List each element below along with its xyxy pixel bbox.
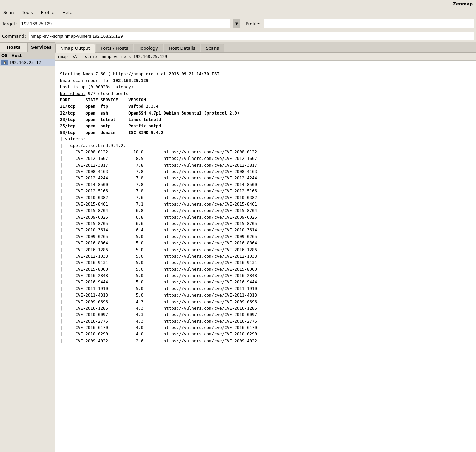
- filter-command-text: nmap -sV --script nmap-vulners 192.168.2…: [58, 54, 167, 59]
- tab-topology[interactable]: Topology: [134, 44, 163, 52]
- os-column-header: OS: [1, 53, 11, 58]
- main-layout: Hosts Services OS Host 🐧 192.168.25.12 N…: [0, 42, 476, 452]
- menu-help[interactable]: Help: [61, 9, 74, 16]
- target-label: Target:: [2, 21, 17, 26]
- tab-services[interactable]: Services: [28, 42, 55, 52]
- tab-scans[interactable]: Scans: [201, 44, 224, 52]
- target-dropdown-button[interactable]: ▼: [233, 19, 240, 28]
- host-list: 🐧 192.168.25.12: [0, 59, 55, 452]
- command-input[interactable]: [29, 32, 474, 40]
- tab-ports-hosts[interactable]: Ports / Hosts: [96, 44, 133, 52]
- command-row: Command:: [0, 30, 476, 42]
- app-title: Zenmap: [453, 1, 473, 6]
- profile-input[interactable]: [264, 19, 474, 28]
- left-panel: Hosts Services OS Host 🐧 192.168.25.12: [0, 42, 55, 452]
- menu-profile[interactable]: Profile: [40, 9, 56, 16]
- tab-hosts[interactable]: Hosts: [0, 42, 28, 52]
- filter-bar: nmap -sV --script nmap-vulners 192.168.2…: [55, 53, 476, 61]
- tab-nmap-output[interactable]: Nmap Output: [55, 44, 95, 53]
- host-row[interactable]: 🐧 192.168.25.12: [0, 59, 55, 66]
- profile-label: Profile:: [246, 21, 261, 26]
- target-row: Target: ▼ Profile:: [0, 17, 476, 30]
- nmap-output-area[interactable]: Starting Nmap 7.60 ( https://nmap.org ) …: [55, 61, 476, 452]
- menu-tools[interactable]: Tools: [21, 9, 34, 16]
- hosts-services-tabs: Hosts Services: [0, 42, 55, 52]
- command-label: Command:: [2, 34, 26, 39]
- host-column-header: Host: [11, 53, 54, 58]
- menubar: Scan Tools Profile Help: [0, 8, 476, 17]
- tab-host-details[interactable]: Host Details: [164, 44, 200, 52]
- host-ip: 192.168.25.12: [9, 60, 41, 65]
- right-panel: Nmap Output Ports / Hosts Topology Host …: [55, 42, 476, 452]
- main-tabs: Nmap Output Ports / Hosts Topology Host …: [55, 42, 476, 53]
- menu-scan[interactable]: Scan: [2, 9, 15, 16]
- titlebar: Zenmap: [0, 0, 476, 8]
- target-input[interactable]: [20, 19, 230, 28]
- host-list-header: OS Host: [0, 52, 55, 59]
- os-icon: 🐧: [1, 60, 8, 65]
